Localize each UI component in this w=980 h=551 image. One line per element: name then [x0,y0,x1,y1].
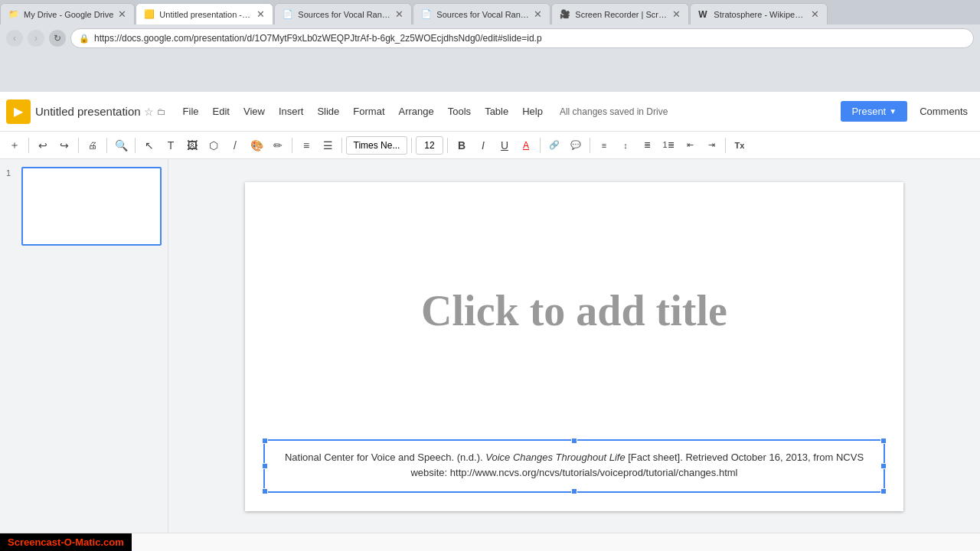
toolbar-image[interactable]: 🖼 [182,135,202,155]
main-area: 1 Click to add title [0,159,980,533]
slides-logo-icon: ▶ [14,104,23,119]
menu-file[interactable]: File [177,103,205,120]
notes-area[interactable]: Click to add notes [0,533,980,551]
toolbar-sep8 [447,138,448,153]
watermark-suffix: .com [100,536,123,548]
forward-button[interactable]: › [28,30,44,47]
handle-bottom-right[interactable] [880,488,887,494]
handle-top-mid[interactable] [571,438,577,444]
tab-label-drive: My Drive - Google Drive [24,10,113,19]
toolbar-indent-more[interactable]: ⇥ [701,135,721,155]
toolbar-paint[interactable]: 🎨 [247,135,266,155]
app-logo: ▶ [6,99,31,124]
present-button[interactable]: Present ▼ [841,101,907,122]
toolbar-italic[interactable]: I [473,135,493,155]
browser-chrome: 📁 My Drive - Google Drive ✕ 🟨 Untitled p… [0,0,980,92]
save-status: All changes saved in Drive [560,106,668,117]
header-right: Present ▼ Comments [841,101,974,122]
tab-wikipedia[interactable]: W Stratosphere - Wikipedia... ✕ [690,3,828,24]
tab-favicon-sources2: 📄 [421,9,432,20]
handle-left-mid[interactable] [262,463,268,469]
menu-view[interactable]: View [237,103,271,120]
star-icon[interactable]: ☆ [144,106,154,118]
menu-help[interactable]: Help [516,103,549,120]
handle-right-mid[interactable] [880,463,887,469]
menu-tools[interactable]: Tools [442,103,477,120]
tab-close-sources1[interactable]: ✕ [395,8,403,20]
font-size-input[interactable] [416,136,443,155]
toolbar-underline[interactable]: U [495,135,514,155]
tab-close-screenrecorder[interactable]: ✕ [672,8,681,20]
handle-bottom-left[interactable] [262,488,268,494]
toolbar-comment[interactable]: 💬 [566,135,586,155]
back-button[interactable]: ‹ [6,30,23,47]
toolbar-link[interactable]: 🔗 [544,135,564,155]
toolbar-sep9 [540,138,541,153]
toolbar-clear-format[interactable]: Tx [730,135,750,155]
font-name-input[interactable] [346,136,407,155]
toolbar-paint2[interactable]: ✏ [268,135,288,155]
menu-bar: File Edit View Insert Slide Format Arran… [177,103,549,120]
tab-label-sources2: Sources for Vocal Range [436,10,529,19]
tab-label-wikipedia: Stratosphere - Wikipedia... [714,10,806,19]
slide-panel: 1 [0,159,168,533]
toolbar-zoom-out[interactable]: 🔍 [111,135,131,155]
toolbar-indent-less[interactable]: ⇤ [680,135,700,155]
tab-close-slides[interactable]: ✕ [256,8,265,20]
tab-close-sources2[interactable]: ✕ [534,8,542,20]
menu-edit[interactable]: Edit [207,103,236,120]
tab-my-drive[interactable]: 📁 My Drive - Google Drive ✕ [0,3,135,24]
toolbar-align-center[interactable]: ☰ [318,135,338,155]
toolbar-text[interactable]: T [161,135,181,155]
toolbar-plus[interactable]: ＋ [5,135,24,155]
text-content-italic: Voice Changes Throughout Life [485,452,625,463]
tab-close-drive[interactable]: ✕ [118,8,126,20]
text-box-selected[interactable]: National Center for Voice and Speech. (n… [263,439,885,493]
tab-label-screenrecorder: Screen Recorder | Screen... [575,10,668,19]
handle-bottom-mid[interactable] [571,488,577,494]
tab-label-sources1: Sources for Vocal Range [298,10,390,19]
toolbar-undo[interactable]: ↩ [33,135,53,155]
presentation-title[interactable]: Untitled presentation [35,105,141,118]
text-box-content[interactable]: National Center for Voice and Speech. (n… [277,450,871,480]
present-dropdown-arrow[interactable]: ▼ [889,107,897,116]
toolbar-bold[interactable]: B [452,135,472,155]
toolbar-color[interactable]: A [516,135,536,155]
menu-format[interactable]: Format [347,103,390,120]
slide-1-wrapper: 1 [6,167,162,246]
address-bar[interactable]: 🔒 https://docs.google.com/presentation/d… [70,28,974,48]
comments-button[interactable]: Comments [913,101,974,122]
toolbar-redo[interactable]: ↪ [54,135,74,155]
menu-arrange[interactable]: Arrange [393,103,440,120]
handle-top-right[interactable] [880,438,887,444]
tab-sources2[interactable]: 📄 Sources for Vocal Range ✕ [413,3,550,24]
toolbar-sep4 [135,138,136,153]
slide-1-number: 1 [6,167,17,178]
menu-table[interactable]: Table [479,103,514,120]
toolbar-print[interactable]: 🖨 [83,135,103,155]
tab-favicon-sources1: 📄 [283,9,293,20]
title-placeholder[interactable]: Click to add title [245,182,903,439]
toolbar-align-left[interactable]: ≡ [296,135,316,155]
handle-top-left[interactable] [262,438,268,444]
toolbar-numbered[interactable]: 1≣ [658,135,678,155]
reload-button[interactable]: ↻ [49,30,66,47]
tab-favicon-screenrecorder: 🎥 [560,9,570,20]
toolbar-bullets[interactable]: ≣ [637,135,657,155]
tab-close-wikipedia[interactable]: ✕ [811,8,819,20]
toolbar-line-spacing[interactable]: ↕ [616,135,635,155]
toolbar-sep7 [411,138,412,153]
slide-1-thumbnail[interactable] [21,167,162,246]
folder-icon[interactable]: 🗀 [157,106,166,117]
menu-slide[interactable]: Slide [311,103,345,120]
tab-screenrecorder[interactable]: 🎥 Screen Recorder | Screen... ✕ [551,3,689,24]
address-bar-area: ‹ › ↻ 🔒 https://docs.google.com/presenta… [0,24,980,52]
toolbar-shapes[interactable]: ⬡ [204,135,224,155]
toolbar-line[interactable]: / [225,135,245,155]
toolbar-text-align[interactable]: ≡ [594,135,614,155]
tab-untitled-presentation[interactable]: 🟨 Untitled presentation - G... ✕ [136,3,273,24]
slide-canvas: Click to add title National Center for V… [245,182,903,511]
toolbar-cursor[interactable]: ↖ [139,135,159,155]
tab-sources1[interactable]: 📄 Sources for Vocal Range ✕ [274,3,412,24]
menu-insert[interactable]: Insert [273,103,310,120]
